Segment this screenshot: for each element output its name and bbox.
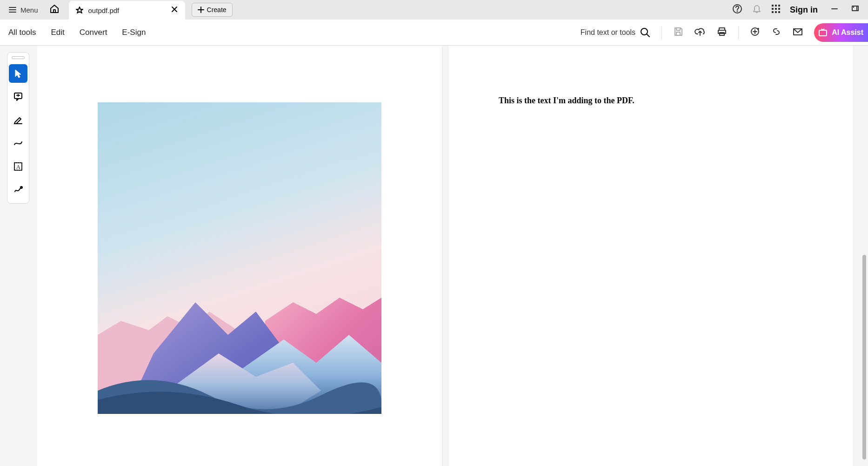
generative-button[interactable] xyxy=(750,27,760,39)
link-button[interactable] xyxy=(771,27,781,39)
svg-rect-11 xyxy=(775,5,777,7)
print-button[interactable] xyxy=(717,27,727,39)
maximize-window-icon xyxy=(851,5,859,13)
annotation-tool-palette[interactable]: A xyxy=(7,52,29,204)
ai-spark-icon xyxy=(818,27,828,38)
tab-document[interactable]: outpdf.pdf xyxy=(69,1,185,20)
sign-in-button[interactable]: Sign in xyxy=(790,5,818,15)
cursor-tool-icon[interactable] xyxy=(9,64,27,83)
ai-assist-label: AI Assist xyxy=(832,28,863,37)
toolbar: All tools Edit Convert E-Sign Find text … xyxy=(0,20,868,46)
svg-rect-13 xyxy=(772,8,774,10)
apps-grid-icon xyxy=(771,4,781,13)
text-select-tool-icon[interactable]: A xyxy=(9,157,27,176)
svg-rect-24 xyxy=(676,32,680,35)
svg-rect-17 xyxy=(775,11,777,13)
mail-button[interactable] xyxy=(793,27,803,39)
pdf-page-2[interactable]: This is the text I'm adding to the PDF. xyxy=(448,46,853,466)
svg-text:A: A xyxy=(16,164,20,170)
highlighter-icon xyxy=(13,115,23,125)
scroll-thumb[interactable] xyxy=(862,255,866,459)
save-button[interactable] xyxy=(673,27,683,39)
comment-icon xyxy=(13,92,23,102)
svg-marker-3 xyxy=(76,7,83,13)
create-button[interactable]: Create xyxy=(192,3,233,17)
highlight-tool-icon[interactable] xyxy=(9,111,27,129)
text-select-icon: A xyxy=(13,161,23,172)
svg-rect-10 xyxy=(772,5,774,7)
svg-rect-16 xyxy=(772,11,774,13)
window-minimize-button[interactable] xyxy=(831,5,838,14)
mail-icon xyxy=(793,27,803,37)
menu-icon xyxy=(8,6,17,14)
svg-rect-12 xyxy=(778,5,780,7)
generative-icon xyxy=(750,27,760,37)
cloud-upload-icon xyxy=(694,26,706,37)
close-icon xyxy=(171,6,178,13)
save-icon xyxy=(673,27,683,37)
titlebar: Menu outpdf.pdf Create Sign in xyxy=(0,0,868,20)
page1-image xyxy=(98,102,381,414)
svg-rect-15 xyxy=(778,8,780,10)
mountain-landscape-image xyxy=(98,102,381,414)
svg-line-22 xyxy=(647,34,649,37)
draw-tool-icon[interactable] xyxy=(9,134,27,153)
svg-point-28 xyxy=(758,28,759,29)
help-circle-icon xyxy=(732,4,742,14)
draw-icon xyxy=(13,138,23,148)
ai-assist-button[interactable]: AI Assist xyxy=(814,23,868,42)
sign-icon xyxy=(13,185,23,195)
workspace: A xyxy=(0,46,868,466)
svg-rect-14 xyxy=(775,8,777,10)
minimize-window-icon xyxy=(831,5,838,13)
comment-tool-icon[interactable] xyxy=(9,87,27,106)
toolbar-divider xyxy=(661,26,662,39)
notifications-button[interactable] xyxy=(752,4,762,16)
upload-cloud-button[interactable] xyxy=(694,26,706,39)
page-canvas[interactable]: This is the text I'm adding to the PDF. xyxy=(37,46,868,466)
app-menu-button[interactable]: Menu xyxy=(4,3,43,17)
plus-icon xyxy=(198,7,204,13)
svg-rect-30 xyxy=(819,30,827,36)
svg-rect-23 xyxy=(676,28,680,30)
vertical-scrollbar[interactable] xyxy=(861,46,867,466)
tab-filename: outpdf.pdf xyxy=(88,7,120,14)
toolbar-divider xyxy=(738,26,739,39)
help-button[interactable] xyxy=(732,4,742,16)
window-maximize-button[interactable] xyxy=(851,5,859,14)
apps-button[interactable] xyxy=(771,4,781,15)
print-icon xyxy=(717,27,727,37)
bell-icon xyxy=(752,4,762,14)
toolbar-link-esign[interactable]: E-Sign xyxy=(122,28,146,37)
palette-grab-handle[interactable] xyxy=(12,56,25,59)
svg-rect-20 xyxy=(852,6,857,11)
svg-point-9 xyxy=(737,11,738,12)
home-button[interactable] xyxy=(45,1,64,19)
find-label: Find text or tools xyxy=(581,28,635,37)
find-text-button[interactable]: Find text or tools xyxy=(581,27,650,38)
cursor-icon xyxy=(13,69,23,78)
create-label: Create xyxy=(207,6,227,13)
tab-close-button[interactable] xyxy=(170,5,179,15)
toolbar-link-all-tools[interactable]: All tools xyxy=(8,28,36,37)
link-icon xyxy=(771,27,781,37)
home-icon xyxy=(49,4,60,14)
toolbar-link-edit[interactable]: Edit xyxy=(51,28,65,37)
star-outline-icon[interactable] xyxy=(75,6,84,14)
fill-sign-tool-icon[interactable] xyxy=(9,180,27,199)
svg-rect-18 xyxy=(778,11,780,13)
search-icon xyxy=(640,27,650,38)
page2-body-text: This is the text I'm adding to the PDF. xyxy=(499,96,634,106)
pdf-page-1[interactable] xyxy=(37,46,442,466)
menu-label: Menu xyxy=(20,6,38,14)
toolbar-link-convert[interactable]: Convert xyxy=(80,28,107,37)
